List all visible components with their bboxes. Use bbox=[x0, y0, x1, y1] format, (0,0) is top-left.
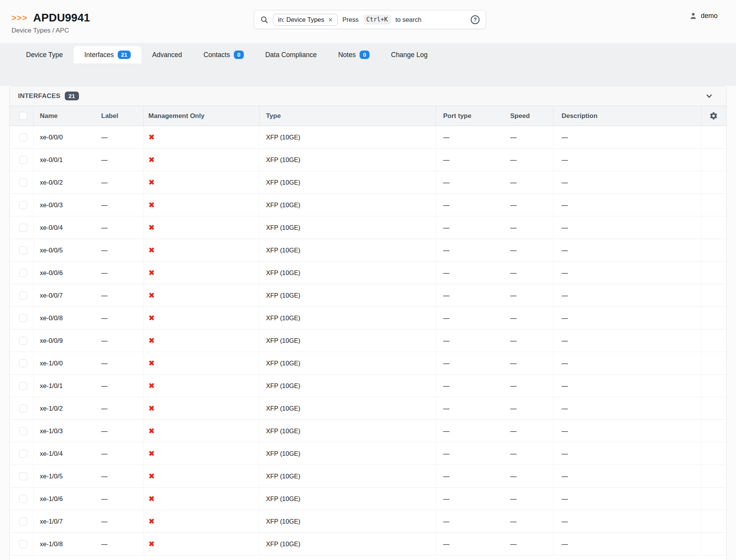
port-type-value: — bbox=[435, 420, 501, 442]
management-only-false-icon: ✖ bbox=[148, 472, 155, 480]
chevron-down-icon[interactable] bbox=[705, 92, 713, 100]
help-icon[interactable]: ? bbox=[471, 15, 480, 24]
row-checkbox[interactable] bbox=[19, 201, 27, 209]
description-value: — bbox=[553, 239, 701, 261]
row-checkbox[interactable] bbox=[19, 133, 27, 141]
interface-name[interactable]: xe-0/0/2 bbox=[33, 171, 92, 193]
management-only-cell: ✖ bbox=[143, 533, 259, 555]
row-checkbox[interactable] bbox=[19, 314, 27, 322]
port-type-value: — bbox=[435, 442, 501, 465]
row-checkbox[interactable] bbox=[19, 404, 27, 413]
interface-name[interactable]: xe-0/0/1 bbox=[33, 149, 92, 171]
interface-name[interactable]: xe-0/0/9 bbox=[33, 329, 92, 352]
interface-type: XFP (10GE) bbox=[259, 171, 435, 193]
row-select-cell bbox=[10, 510, 33, 532]
interface-name[interactable]: xe-0/0/6 bbox=[33, 262, 92, 284]
tab-contacts[interactable]: Contacts 0 bbox=[193, 46, 255, 64]
tab-device-type[interactable]: Device Type bbox=[15, 46, 74, 64]
interface-name[interactable]: xe-1/0/1 bbox=[33, 375, 92, 397]
column-header-speed[interactable]: Speed bbox=[501, 106, 553, 126]
tab-data-compliance[interactable]: Data Compliance bbox=[255, 46, 327, 64]
interface-name[interactable]: xe-0/0/3 bbox=[33, 194, 92, 216]
tab-label: Device Type bbox=[26, 51, 63, 59]
column-header-management-only[interactable]: Management Only bbox=[143, 106, 259, 126]
interface-name[interactable]: xe-0/0/4 bbox=[33, 216, 92, 239]
interface-name[interactable]: xe-1/0/5 bbox=[33, 465, 92, 487]
row-checkbox[interactable] bbox=[19, 359, 27, 367]
user-menu[interactable]: demo bbox=[689, 12, 718, 20]
table-row: xe-1/0/1 — ✖ XFP (10GE) — — — bbox=[10, 375, 726, 397]
search-scope-chip[interactable]: in: Device Types ✕ bbox=[273, 14, 338, 26]
row-checkbox[interactable] bbox=[19, 269, 27, 277]
chip-close-icon[interactable]: ✕ bbox=[328, 17, 333, 23]
page-header: >>> APDU9941 Device Types / APC in: Devi… bbox=[0, 0, 736, 43]
interface-name[interactable]: xe-1/0/0 bbox=[33, 352, 92, 374]
interface-name[interactable]: xe-1/0/6 bbox=[33, 488, 92, 510]
tab-notes[interactable]: Notes 0 bbox=[327, 46, 380, 64]
speed-value: — bbox=[501, 352, 553, 374]
row-checkbox[interactable] bbox=[19, 495, 27, 503]
row-checkbox[interactable] bbox=[19, 224, 27, 232]
row-select-cell bbox=[10, 397, 33, 419]
management-only-cell: ✖ bbox=[143, 465, 259, 487]
interface-name[interactable]: xe-0/0/7 bbox=[33, 284, 92, 306]
row-checkbox[interactable] bbox=[19, 427, 27, 435]
interface-name[interactable]: xe-1/0/4 bbox=[33, 442, 92, 465]
interface-name[interactable]: xe-0/0/5 bbox=[33, 239, 92, 261]
table-row: xe-1/0/2 — ✖ XFP (10GE) — — — bbox=[10, 397, 726, 420]
interface-name[interactable]: xe-1/0/3 bbox=[33, 420, 92, 442]
speed-value: — bbox=[501, 510, 553, 532]
interface-name[interactable]: xe-0/0/8 bbox=[33, 307, 92, 329]
port-type-value: — bbox=[435, 397, 501, 419]
row-select-cell bbox=[10, 375, 33, 397]
management-only-false-icon: ✖ bbox=[148, 404, 155, 412]
row-checkbox[interactable] bbox=[19, 178, 27, 187]
row-actions-cell bbox=[701, 329, 726, 352]
column-header-port-type[interactable]: Port type bbox=[435, 106, 501, 126]
column-header-label[interactable]: Label bbox=[92, 106, 143, 126]
interface-label: — bbox=[92, 171, 143, 193]
tab-interfaces[interactable]: Interfaces 21 bbox=[74, 46, 141, 64]
column-header-name[interactable]: Name bbox=[33, 106, 92, 126]
port-type-value: — bbox=[435, 352, 501, 374]
port-type-value: — bbox=[435, 307, 501, 329]
port-type-value: — bbox=[435, 488, 501, 510]
speed-value: — bbox=[501, 307, 553, 329]
search-scope-label: in: Device Types bbox=[278, 16, 324, 23]
row-checkbox[interactable] bbox=[19, 517, 27, 526]
table-row: xe-0/0/7 — ✖ XFP (10GE) — — — bbox=[10, 284, 726, 307]
partially-visible-row bbox=[10, 555, 726, 560]
interface-label: — bbox=[92, 375, 143, 397]
description-value: — bbox=[553, 262, 701, 284]
tab-label: Notes bbox=[338, 51, 356, 59]
column-header-type[interactable]: Type bbox=[259, 106, 435, 126]
interface-name[interactable]: xe-1/0/7 bbox=[33, 510, 92, 532]
gear-icon[interactable] bbox=[709, 111, 718, 120]
row-checkbox[interactable] bbox=[19, 291, 27, 300]
row-checkbox[interactable] bbox=[19, 156, 27, 164]
row-checkbox[interactable] bbox=[19, 382, 27, 390]
tab-change-log[interactable]: Change Log bbox=[380, 46, 438, 64]
speed-value: — bbox=[501, 126, 553, 148]
row-checkbox[interactable] bbox=[19, 540, 27, 548]
tab-advanced[interactable]: Advanced bbox=[141, 46, 193, 64]
row-actions-cell bbox=[701, 216, 726, 239]
interface-name[interactable]: xe-0/0/0 bbox=[33, 126, 92, 148]
interface-name[interactable]: xe-1/0/2 bbox=[33, 397, 92, 419]
global-search[interactable]: in: Device Types ✕ Press Ctrl+K to searc… bbox=[254, 10, 486, 29]
row-select-cell bbox=[10, 488, 33, 510]
interface-name[interactable]: xe-1/0/8 bbox=[33, 533, 92, 555]
row-checkbox[interactable] bbox=[19, 246, 27, 254]
row-checkbox[interactable] bbox=[19, 450, 27, 458]
row-checkbox[interactable] bbox=[19, 472, 27, 480]
panel-count-badge: 21 bbox=[65, 92, 79, 100]
select-all-checkbox[interactable] bbox=[19, 112, 27, 120]
port-type-value: — bbox=[435, 216, 501, 239]
table-row: xe-0/0/8 — ✖ XFP (10GE) — — — bbox=[10, 307, 726, 329]
row-select-cell bbox=[10, 442, 33, 465]
column-header-description[interactable]: Description bbox=[553, 106, 701, 126]
row-select-cell bbox=[10, 329, 33, 352]
management-only-false-icon: ✖ bbox=[148, 382, 155, 390]
row-actions-cell bbox=[701, 488, 726, 510]
row-checkbox[interactable] bbox=[19, 337, 27, 345]
